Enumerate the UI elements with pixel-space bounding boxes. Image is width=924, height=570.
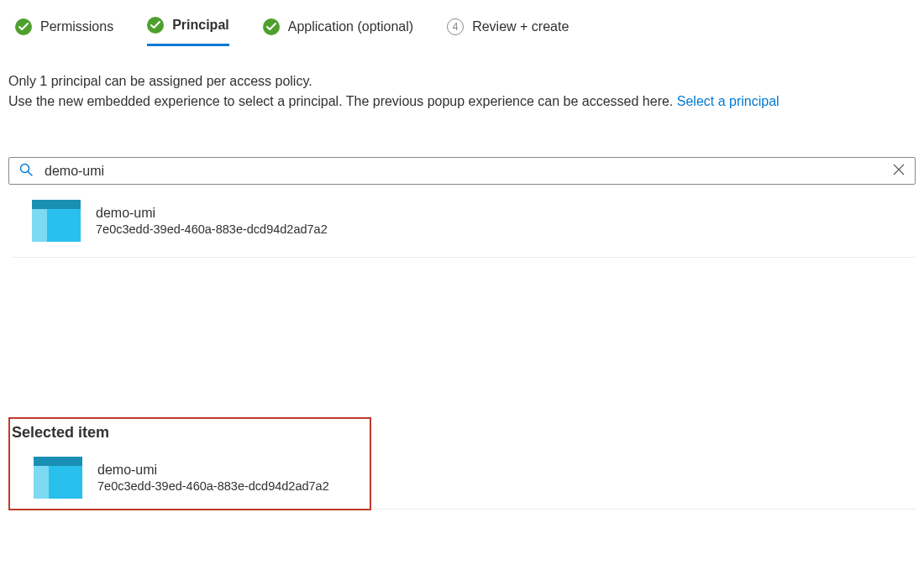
result-name: demo-umi [96, 206, 328, 221]
tab-label: Principal [172, 18, 229, 33]
search-result-item[interactable]: demo-umi 7e0c3edd-39ed-460a-883e-dcd94d2… [12, 185, 916, 258]
description-text: Only 1 principal can be assigned per acc… [8, 46, 916, 115]
tab-label: Application (optional) [288, 19, 413, 34]
tab-principal[interactable]: Principal [147, 17, 229, 46]
check-icon [147, 17, 164, 34]
result-id: 7e0c3edd-39ed-460a-883e-dcd94d2ad7a2 [96, 222, 328, 236]
result-text: demo-umi 7e0c3edd-39ed-460a-883e-dcd94d2… [96, 206, 328, 236]
check-icon [15, 18, 32, 35]
svg-line-1 [28, 171, 32, 175]
description-line1: Only 1 principal can be assigned per acc… [8, 71, 916, 92]
select-principal-link[interactable]: Select a principal [677, 94, 780, 108]
check-icon [263, 18, 280, 35]
selected-text: demo-umi 7e0c3edd-39ed-460a-883e-dcd94d2… [97, 463, 329, 493]
search-input[interactable] [45, 164, 881, 179]
selected-id: 7e0c3edd-39ed-460a-883e-dcd94d2ad7a2 [97, 479, 329, 493]
clear-icon[interactable] [893, 164, 905, 178]
description-line2: Use the new embedded experience to selec… [8, 92, 916, 112]
tab-permissions[interactable]: Permissions [15, 17, 113, 46]
tab-application[interactable]: Application (optional) [263, 17, 413, 46]
tab-label: Review + create [472, 19, 569, 34]
wizard-tabs: Permissions Principal Application (optio… [8, 8, 916, 46]
selected-item-panel: Selected item demo-umi 7e0c3edd-39ed-460… [8, 417, 371, 510]
identity-icon [34, 457, 82, 499]
search-icon [19, 163, 33, 179]
tab-label: Permissions [40, 19, 113, 34]
step-number-icon: 4 [447, 18, 464, 35]
selected-item[interactable]: demo-umi 7e0c3edd-39ed-460a-883e-dcd94d2… [12, 457, 368, 499]
search-box[interactable] [8, 157, 916, 185]
divider [373, 509, 916, 510]
selected-heading: Selected item [12, 424, 368, 442]
identity-icon [32, 200, 81, 242]
selected-name: demo-umi [97, 463, 329, 478]
tab-review-create[interactable]: 4 Review + create [447, 17, 569, 46]
